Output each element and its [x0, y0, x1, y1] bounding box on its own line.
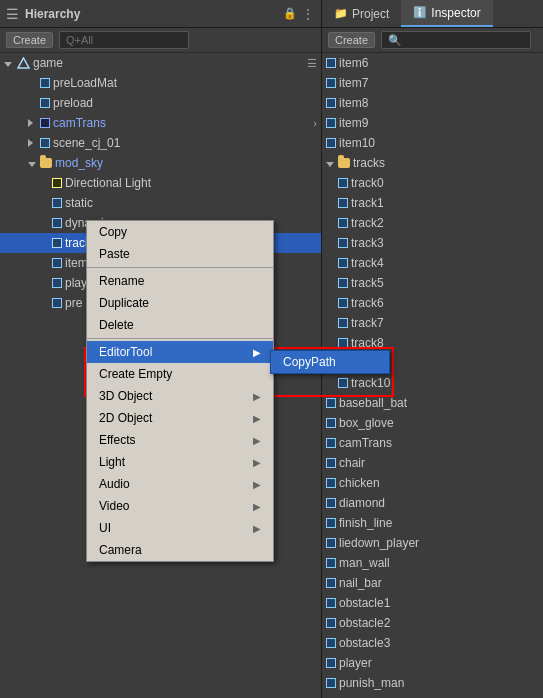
context-menu: Copy Paste Rename Duplicate Delete Edito…	[86, 220, 274, 562]
ctx-separator-1	[87, 267, 273, 268]
ctx-paste[interactable]: Paste	[87, 243, 273, 265]
hierarchy-item-preload[interactable]: preload	[0, 93, 321, 113]
ctx-3d-object[interactable]: 3D Object ▶	[87, 385, 273, 407]
item-label: preLoadMat	[53, 76, 117, 90]
item-label: tracks	[353, 156, 385, 170]
project-item[interactable]: nail_bar	[322, 573, 543, 593]
tab-project[interactable]: 📁 Project	[322, 0, 401, 27]
project-item[interactable]: punish_man	[322, 673, 543, 693]
ctx-audio[interactable]: Audio ▶	[87, 473, 273, 495]
item-label: item6	[339, 56, 368, 70]
project-item[interactable]: item7	[322, 73, 543, 93]
ctx-2d-object[interactable]: 2D Object ▶	[87, 407, 273, 429]
project-item[interactable]: box_glove	[322, 413, 543, 433]
game-root-label: game	[33, 56, 63, 70]
project-item[interactable]: track3	[322, 233, 543, 253]
project-item[interactable]: diamond	[322, 493, 543, 513]
hierarchy-item-scene-cj01[interactable]: scene_cj_01	[0, 133, 321, 153]
ctx-camera[interactable]: Camera	[87, 539, 273, 561]
ctx-ui[interactable]: UI ▶	[87, 517, 273, 539]
item-label: punish_man	[339, 676, 404, 690]
project-item[interactable]: item8	[322, 93, 543, 113]
ctx-delete[interactable]: Delete	[87, 314, 273, 336]
hierarchy-game-root[interactable]: game ☰	[0, 53, 321, 73]
project-item[interactable]: track2	[322, 213, 543, 233]
project-item[interactable]: item6	[322, 53, 543, 73]
project-item[interactable]: track0	[322, 173, 543, 193]
project-item-tracks-folder[interactable]: tracks	[322, 153, 543, 173]
ctx-video[interactable]: Video ▶	[87, 495, 273, 517]
hierarchy-search-input[interactable]	[59, 31, 189, 49]
project-item[interactable]: obstacle1	[322, 593, 543, 613]
cube-icon	[326, 478, 336, 488]
project-item[interactable]: obstacle3	[322, 633, 543, 653]
project-item[interactable]: camTrans	[322, 433, 543, 453]
ctx-duplicate[interactable]: Duplicate	[87, 292, 273, 314]
ctx-copy[interactable]: Copy	[87, 221, 273, 243]
project-item[interactable]: baseball_bat	[322, 393, 543, 413]
ctx-copypath[interactable]: CopyPath	[271, 351, 389, 373]
project-item[interactable]: track4	[322, 253, 543, 273]
submenu-arrow-icon: ▶	[253, 347, 261, 358]
item-label: track8	[351, 336, 384, 350]
right-create-button[interactable]: Create	[328, 32, 375, 48]
item-label: chair	[339, 456, 365, 470]
cube-icon	[326, 678, 336, 688]
cube-icon	[338, 338, 348, 348]
cube-icon	[326, 498, 336, 508]
ctx-editortool[interactable]: EditorTool ▶	[87, 341, 273, 363]
item-label: man_wall	[339, 556, 390, 570]
hierarchy-item-directional-light[interactable]: Directional Light	[0, 173, 321, 193]
project-item[interactable]: man_wall	[322, 553, 543, 573]
project-item[interactable]: track1	[322, 193, 543, 213]
hierarchy-item-static[interactable]: static	[0, 193, 321, 213]
cube-icon	[326, 518, 336, 528]
item-label: play	[65, 276, 87, 290]
project-item[interactable]: item9	[322, 113, 543, 133]
project-item[interactable]: rabbit	[322, 693, 543, 698]
cube-icon	[338, 258, 348, 268]
light-icon	[52, 178, 62, 188]
unity-scene-icon	[16, 56, 30, 70]
project-item[interactable]: track10	[322, 373, 543, 393]
cube-icon	[52, 238, 62, 248]
item-label: item9	[339, 116, 368, 130]
right-search-input[interactable]	[381, 31, 531, 49]
ctx-create-empty[interactable]: Create Empty	[87, 363, 273, 385]
cube-icon	[338, 198, 348, 208]
project-item[interactable]: player	[322, 653, 543, 673]
hierarchy-item-mod-sky[interactable]: mod_sky	[0, 153, 321, 173]
ctx-rename[interactable]: Rename	[87, 270, 273, 292]
hierarchy-create-button[interactable]: Create	[6, 32, 53, 48]
project-item[interactable]: obstacle2	[322, 613, 543, 633]
hierarchy-item-camtrans[interactable]: camTrans ›	[0, 113, 321, 133]
tab-inspector[interactable]: ℹ️ Inspector	[401, 0, 492, 27]
project-item[interactable]: chicken	[322, 473, 543, 493]
item-label: obstacle1	[339, 596, 390, 610]
cube-icon	[326, 78, 336, 88]
project-item[interactable]: track6	[322, 293, 543, 313]
ctx-light[interactable]: Light ▶	[87, 451, 273, 473]
project-item[interactable]: track5	[322, 273, 543, 293]
cube-icon	[40, 118, 50, 128]
item-label: mod_sky	[55, 156, 103, 170]
cube-icon	[326, 118, 336, 128]
project-item[interactable]: chair	[322, 453, 543, 473]
project-item[interactable]: finish_line	[322, 513, 543, 533]
hierarchy-title: Hierarchy	[25, 7, 80, 21]
cube-icon	[40, 78, 50, 88]
right-panel: 📁 Project ℹ️ Inspector Create item6 item…	[322, 0, 543, 698]
cube-icon	[326, 398, 336, 408]
item-label: baseball_bat	[339, 396, 407, 410]
cube-icon	[338, 238, 348, 248]
hierarchy-item-preloadmat[interactable]: preLoadMat	[0, 73, 321, 93]
cube-icon	[326, 138, 336, 148]
project-item[interactable]: track7	[322, 313, 543, 333]
project-item[interactable]: item10	[322, 133, 543, 153]
item-label: item	[65, 256, 88, 270]
ctx-effects[interactable]: Effects ▶	[87, 429, 273, 451]
cube-icon	[52, 218, 62, 228]
cube-icon	[326, 598, 336, 608]
project-item[interactable]: liedown_player	[322, 533, 543, 553]
item-label: camTrans	[339, 436, 392, 450]
